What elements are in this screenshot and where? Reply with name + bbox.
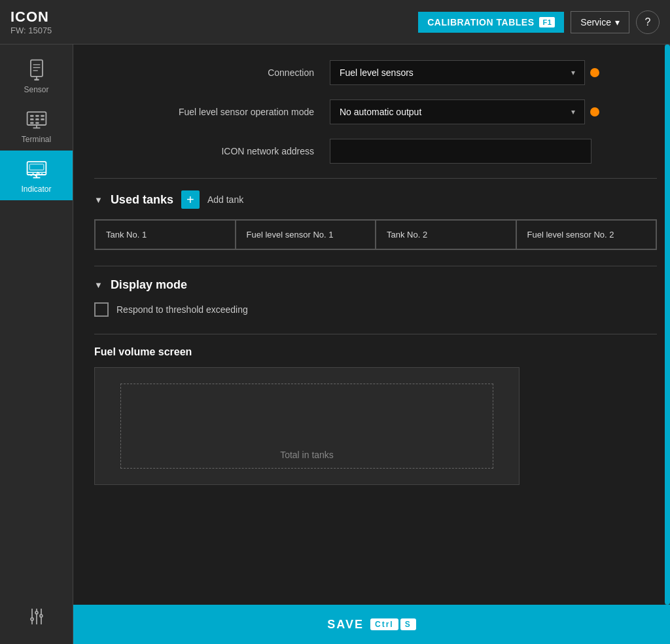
- header: ICON FW: 15075 CALIBRATION TABLES F1 Ser…: [0, 0, 670, 45]
- scrollbar-track[interactable]: [665, 45, 670, 605]
- connection-control-wrap: Fuel level sensors ▾: [330, 60, 657, 85]
- sidebar-bottom: [22, 592, 51, 644]
- add-tank-label: Add tank: [207, 194, 243, 205]
- divider-3: [94, 334, 657, 334]
- terminal-label: Terminal: [22, 135, 51, 144]
- save-kbd-s: S: [400, 618, 416, 630]
- save-bar-label: SAVE Ctrl S: [327, 618, 415, 632]
- collapse-icon: ▼: [94, 195, 103, 205]
- svg-rect-19: [29, 164, 44, 170]
- main-layout: Sensor Terminal: [0, 45, 670, 644]
- display-mode-toggle[interactable]: ▼: [94, 280, 103, 290]
- svg-rect-2: [34, 79, 39, 80]
- calibration-tables-button[interactable]: CALIBRATION TABLES F1: [418, 12, 564, 33]
- operation-mode-control-wrap: No automatic output ▾: [330, 99, 657, 124]
- sensor-cell-2: Fuel level sensor No. 2: [516, 220, 657, 249]
- operation-mode-select[interactable]: No automatic output ▾: [330, 99, 585, 124]
- svg-rect-7: [30, 115, 33, 117]
- help-icon: ?: [645, 16, 651, 28]
- threshold-checkbox-row: Respond to threshold exceeding: [94, 302, 657, 317]
- sensor-cell-1: Fuel level sensor No. 1: [236, 220, 376, 249]
- svg-rect-8: [30, 118, 33, 120]
- fuel-volume-screen-box: Total in tanks: [94, 367, 520, 485]
- display-mode-section-header: ▼ Display mode: [94, 278, 657, 292]
- save-kbd-group: Ctrl S: [370, 618, 416, 630]
- tank-cell-2: Tank No. 2: [376, 220, 516, 249]
- network-address-row: ICON network address 240: [94, 139, 657, 164]
- app-name: ICON: [10, 9, 418, 26]
- chevron-down-icon: ▾: [571, 68, 575, 77]
- save-bar[interactable]: SAVE Ctrl S: [73, 605, 670, 644]
- network-address-control-wrap: 240: [330, 139, 657, 164]
- settings-icon[interactable]: [22, 602, 51, 634]
- content-scroll[interactable]: Connection Fuel level sensors ▾ Fuel lev…: [73, 45, 670, 605]
- svg-rect-0: [31, 60, 43, 77]
- connection-status-dot: [590, 68, 599, 77]
- calibration-kbd: F1: [539, 17, 555, 27]
- svg-point-28: [40, 615, 43, 617]
- connection-label: Connection: [94, 67, 330, 78]
- used-tanks-toggle[interactable]: ▼: [94, 195, 103, 205]
- header-actions: CALIBRATION TABLES F1 Service ▾ ?: [418, 10, 660, 34]
- plus-icon: +: [186, 192, 194, 207]
- firmware-label: FW: 15075: [10, 26, 418, 35]
- scrollbar-thumb[interactable]: [665, 45, 670, 605]
- sensor-icon: [25, 58, 48, 81]
- sidebar-item-terminal[interactable]: Terminal: [0, 101, 73, 151]
- tanks-table: Tank No. 1 Fuel level sensor No. 1 Tank …: [94, 219, 657, 250]
- help-button[interactable]: ?: [636, 10, 660, 34]
- terminal-icon: [25, 107, 48, 131]
- chevron-down-icon: ▾: [571, 107, 575, 116]
- content-area: Connection Fuel level sensors ▾ Fuel lev…: [73, 45, 670, 644]
- operation-mode-row: Fuel level sensor operation mode No auto…: [94, 99, 657, 124]
- divider-2: [94, 266, 657, 266]
- svg-rect-9: [30, 122, 33, 124]
- fuel-volume-screen-inner: Total in tanks: [120, 384, 493, 469]
- sensor-label: Sensor: [24, 85, 48, 94]
- indicator-label: Indicator: [21, 185, 51, 194]
- threshold-checkbox[interactable]: [94, 302, 109, 317]
- sidebar: Sensor Terminal: [0, 45, 73, 644]
- sidebar-item-indicator[interactable]: Indicator: [0, 151, 73, 200]
- operation-mode-value: No automatic output: [340, 107, 421, 117]
- save-label: SAVE: [327, 618, 364, 632]
- fuel-volume-screen-title: Fuel volume screen: [94, 346, 657, 358]
- sidebar-item-sensor[interactable]: Sensor: [0, 51, 73, 101]
- connection-value: Fuel level sensors: [340, 67, 414, 78]
- save-kbd-ctrl: Ctrl: [370, 618, 398, 630]
- svg-point-25: [31, 618, 33, 620]
- network-address-label: ICON network address: [94, 146, 330, 156]
- svg-rect-10: [35, 115, 39, 117]
- display-mode-title: Display mode: [111, 278, 187, 292]
- network-address-input[interactable]: 240: [330, 139, 591, 164]
- service-button[interactable]: Service ▾: [571, 11, 629, 33]
- operation-mode-status-dot: [590, 107, 599, 116]
- add-tank-button[interactable]: +: [181, 190, 200, 209]
- connection-row: Connection Fuel level sensors ▾: [94, 60, 657, 85]
- used-tanks-section-header: ▼ Used tanks + Add tank: [94, 190, 657, 209]
- total-in-tanks-label: Total in tanks: [280, 450, 334, 460]
- tank-cell-1: Tank No. 1: [95, 220, 236, 249]
- chevron-down-icon: ▾: [615, 17, 620, 27]
- header-title: ICON FW: 15075: [10, 9, 418, 35]
- svg-rect-12: [35, 122, 39, 124]
- svg-rect-14: [41, 118, 44, 120]
- svg-rect-11: [35, 118, 39, 120]
- svg-point-22: [35, 611, 38, 614]
- indicator-icon: [25, 157, 48, 181]
- calibration-tables-label: CALIBRATION TABLES: [427, 17, 534, 27]
- connection-select[interactable]: Fuel level sensors ▾: [330, 60, 585, 85]
- threshold-checkbox-label: Respond to threshold exceeding: [116, 304, 248, 315]
- used-tanks-title: Used tanks: [111, 193, 173, 207]
- operation-mode-label: Fuel level sensor operation mode: [94, 107, 330, 117]
- service-label: Service: [580, 17, 611, 27]
- divider-1: [94, 178, 657, 179]
- svg-rect-13: [41, 115, 44, 117]
- collapse-icon: ▼: [94, 280, 103, 290]
